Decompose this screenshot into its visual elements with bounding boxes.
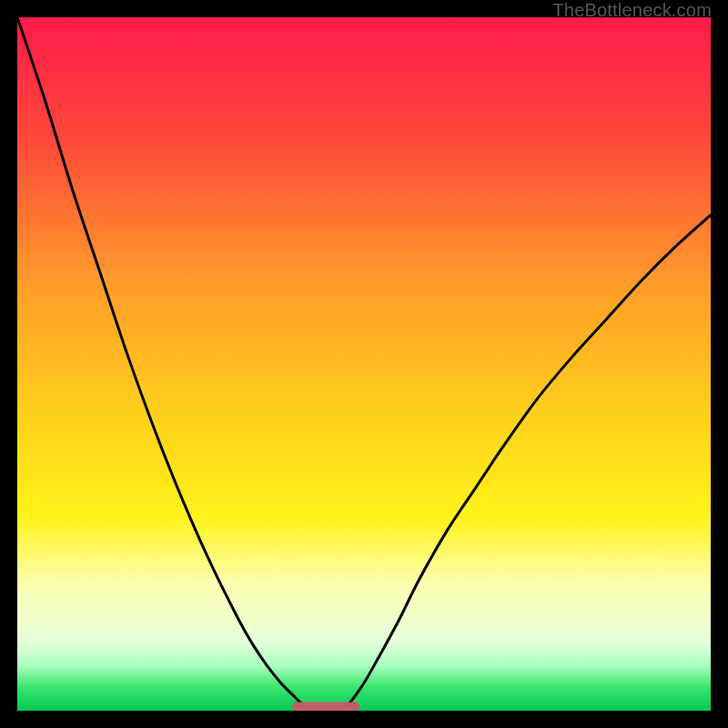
gradient-background bbox=[17, 17, 711, 711]
chart-plot bbox=[17, 17, 711, 711]
chart-frame bbox=[17, 17, 711, 711]
watermark-text: TheBottleneck.com bbox=[552, 0, 712, 21]
